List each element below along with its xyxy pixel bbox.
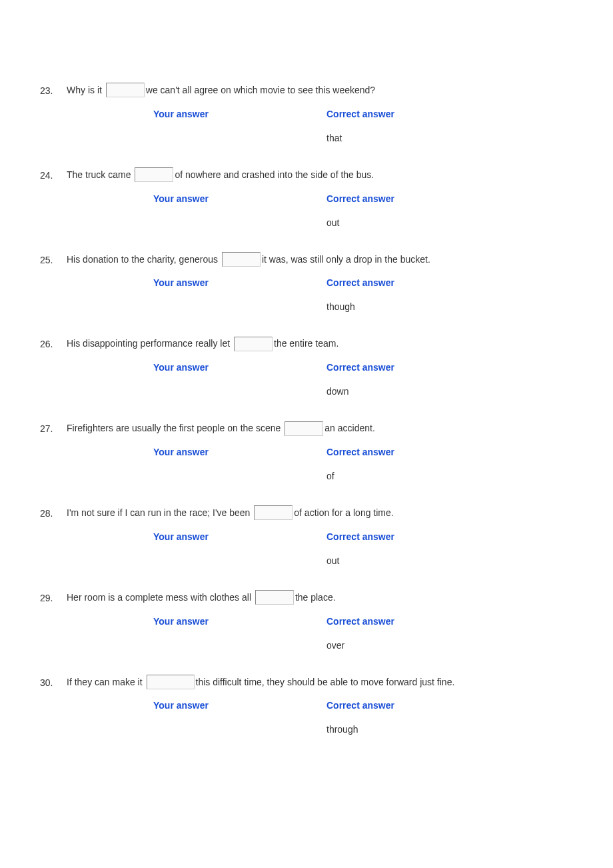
- question-body: If they can make it this difficult time,…: [67, 672, 573, 750]
- answers-row: Your answerCorrect answerthrough: [67, 700, 573, 736]
- question-item: 25.His donation to the charity, generous…: [40, 249, 573, 327]
- question-number: 24.: [40, 165, 67, 181]
- correct-answer-column: Correct answerout: [326, 193, 394, 229]
- question-number: 27.: [40, 418, 67, 434]
- correct-answer-value: down: [326, 386, 394, 398]
- correct-answer-header: Correct answer: [326, 700, 394, 711]
- your-answer-header: Your answer: [153, 616, 326, 627]
- correct-answer-value: though: [326, 301, 394, 313]
- correct-answer-column: Correct answerthough: [326, 277, 394, 313]
- your-answer-value: [153, 640, 326, 652]
- correct-answer-value: through: [326, 724, 394, 736]
- your-answer-column: Your answer: [153, 700, 326, 736]
- question-body: Why is it we can't all agree on which mo…: [67, 80, 573, 158]
- question-sentence: I'm not sure if I can run in the race; I…: [67, 503, 573, 523]
- sentence-text-before: Why is it: [67, 80, 105, 101]
- sentence-text-after: an accident.: [324, 418, 375, 439]
- sentence-text-after: it was, was still only a drop in the buc…: [262, 249, 430, 270]
- question-item: 29.Her room is a complete mess with clot…: [40, 587, 573, 665]
- blank-input[interactable]: [285, 421, 323, 436]
- question-body: His disappointing performance really let…: [67, 333, 573, 411]
- sentence-text-before: Her room is a complete mess with clothes…: [67, 587, 254, 608]
- answers-row: Your answerCorrect answerout: [67, 193, 573, 229]
- your-answer-value: [153, 724, 326, 736]
- your-answer-header: Your answer: [153, 531, 326, 542]
- question-item: 28.I'm not sure if I can run in the race…: [40, 503, 573, 581]
- correct-answer-value: of: [326, 471, 394, 483]
- question-sentence: His disappointing performance really let…: [67, 333, 573, 354]
- question-number: 30.: [40, 672, 67, 688]
- question-number: 25.: [40, 249, 67, 265]
- answers-row: Your answerCorrect answerover: [67, 616, 573, 652]
- sentence-text-before: His donation to the charity, generous: [67, 249, 221, 270]
- question-body: Her room is a complete mess with clothes…: [67, 587, 573, 665]
- sentence-text-before: His disappointing performance really let: [67, 333, 233, 354]
- answers-row: Your answerCorrect answerthat: [67, 109, 573, 145]
- question-body: His donation to the charity, generous it…: [67, 249, 573, 327]
- your-answer-value: [153, 133, 326, 145]
- question-item: 26.His disappointing performance really …: [40, 333, 573, 411]
- correct-answer-header: Correct answer: [326, 109, 394, 119]
- your-answer-header: Your answer: [153, 193, 326, 204]
- sentence-text-before: If they can make it: [67, 672, 145, 693]
- blank-input[interactable]: [106, 83, 145, 97]
- blank-input[interactable]: [147, 675, 195, 689]
- question-sentence: The truck came of nowhere and crashed in…: [67, 165, 573, 185]
- question-sentence: If they can make it this difficult time,…: [67, 672, 573, 693]
- your-answer-column: Your answer: [153, 109, 326, 145]
- your-answer-column: Your answer: [153, 277, 326, 313]
- question-number: 28.: [40, 503, 67, 519]
- question-number: 23.: [40, 80, 67, 96]
- sentence-text-after: of action for a long time.: [294, 503, 393, 523]
- your-answer-column: Your answer: [153, 362, 326, 398]
- blank-input[interactable]: [222, 252, 261, 267]
- sentence-text-after: of nowhere and crashed into the side of …: [175, 165, 374, 185]
- correct-answer-value: that: [326, 133, 394, 145]
- correct-answer-value: out: [326, 555, 394, 567]
- sentence-text-before: The truck came: [67, 165, 133, 185]
- question-item: 27.Firefighters are usually the first pe…: [40, 418, 573, 496]
- sentence-text-after: we can't all agree on which movie to see…: [146, 80, 375, 101]
- correct-answer-value: over: [326, 640, 394, 652]
- blank-input[interactable]: [135, 167, 173, 182]
- correct-answer-column: Correct answerover: [326, 616, 394, 652]
- questions-list: 23.Why is it we can't all agree on which…: [40, 80, 573, 749]
- blank-input[interactable]: [255, 590, 294, 605]
- question-number: 29.: [40, 587, 67, 603]
- question-body: The truck came of nowhere and crashed in…: [67, 165, 573, 243]
- your-answer-value: [153, 386, 326, 398]
- correct-answer-column: Correct answerdown: [326, 362, 394, 398]
- your-answer-header: Your answer: [153, 277, 326, 288]
- answers-row: Your answerCorrect answerthough: [67, 277, 573, 313]
- correct-answer-header: Correct answer: [326, 277, 394, 288]
- correct-answer-column: Correct answerthat: [326, 109, 394, 145]
- blank-input[interactable]: [234, 337, 273, 351]
- answers-row: Your answerCorrect answerof: [67, 447, 573, 483]
- question-sentence: Firefighters are usually the first peopl…: [67, 418, 573, 439]
- question-body: I'm not sure if I can run in the race; I…: [67, 503, 573, 581]
- correct-answer-column: Correct answerout: [326, 531, 394, 567]
- blank-input[interactable]: [254, 505, 293, 520]
- your-answer-header: Your answer: [153, 109, 326, 119]
- sentence-text-before: I'm not sure if I can run in the race; I…: [67, 503, 253, 523]
- your-answer-value: [153, 217, 326, 229]
- your-answer-header: Your answer: [153, 447, 326, 457]
- correct-answer-value: out: [326, 217, 394, 229]
- sentence-text-before: Firefighters are usually the first peopl…: [67, 418, 283, 439]
- question-sentence: Why is it we can't all agree on which mo…: [67, 80, 573, 101]
- correct-answer-column: Correct answerof: [326, 447, 394, 483]
- correct-answer-header: Correct answer: [326, 193, 394, 204]
- question-sentence: His donation to the charity, generous it…: [67, 249, 573, 270]
- your-answer-header: Your answer: [153, 700, 326, 711]
- your-answer-value: [153, 301, 326, 313]
- correct-answer-header: Correct answer: [326, 362, 394, 373]
- question-item: 24.The truck came of nowhere and crashed…: [40, 165, 573, 243]
- sentence-text-after: the place.: [295, 587, 336, 608]
- your-answer-column: Your answer: [153, 616, 326, 652]
- your-answer-value: [153, 555, 326, 567]
- correct-answer-header: Correct answer: [326, 447, 394, 457]
- sentence-text-after: this difficult time, they should be able…: [196, 672, 455, 693]
- correct-answer-header: Correct answer: [326, 531, 394, 542]
- correct-answer-column: Correct answerthrough: [326, 700, 394, 736]
- answers-row: Your answerCorrect answerdown: [67, 362, 573, 398]
